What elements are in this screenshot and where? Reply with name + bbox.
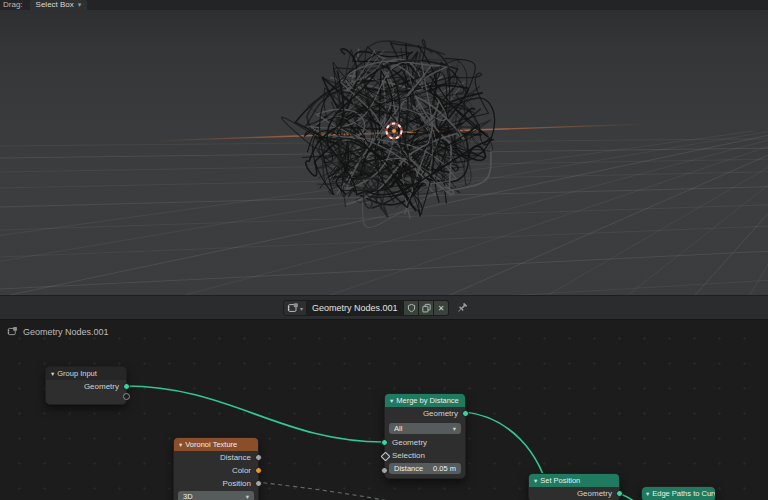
socket-distance-output[interactable]: [255, 454, 262, 461]
slider-value: 0.05 m: [433, 463, 456, 474]
chevron-down-icon: ▾: [246, 491, 249, 500]
node-edge-paths-to-curves[interactable]: ▾ Edge Paths to Curves: [641, 486, 716, 500]
duplicate-icon: [422, 303, 431, 313]
node-tree-icon: [7, 326, 18, 337]
input-label: Selection: [392, 451, 425, 460]
dropdown-value: 3D: [183, 491, 193, 500]
output-label: Geometry: [84, 382, 119, 391]
tree-name-input[interactable]: [307, 300, 404, 316]
output-label: Color: [232, 466, 251, 475]
link-voronoi-field-dashed: [256, 482, 434, 500]
output-label: Geometry: [423, 409, 458, 418]
node-set-position[interactable]: ▾ Set Position Geometry: [528, 473, 620, 500]
socket-geometry-output[interactable]: [616, 490, 623, 497]
fake-user-button[interactable]: [404, 300, 419, 316]
drag-label: Drag:: [3, 0, 23, 10]
node-header[interactable]: ▾ Set Position: [529, 474, 619, 487]
dimensions-dropdown[interactable]: 3D ▾: [178, 491, 254, 500]
socket-geometry-input[interactable]: [381, 439, 388, 446]
node-voronoi-texture[interactable]: ▾ Voronoi Texture Distance Color Positio…: [173, 437, 259, 500]
node-title: Group Input: [57, 367, 97, 380]
node-tree-icon: [287, 302, 299, 314]
chevron-down-icon: ▾: [300, 305, 303, 312]
collapse-icon[interactable]: ▾: [534, 474, 537, 487]
socket-distance-input[interactable]: [381, 467, 388, 474]
tool-hint-bar: Drag: Select Box ▾: [0, 0, 768, 10]
distance-value-slider[interactable]: Distance 0.05 m: [389, 463, 461, 474]
node-title: Set Position: [540, 474, 580, 487]
collapse-icon[interactable]: ▾: [51, 367, 54, 380]
socket-selection-input[interactable]: [381, 452, 391, 462]
breadcrumb-label: Geometry Nodes.001: [23, 327, 109, 337]
new-copy-button[interactable]: [419, 300, 434, 316]
node-editor-canvas[interactable]: Geometry Nodes.001 ▾ Group Input Geometr…: [0, 320, 768, 500]
mode-dropdown[interactable]: All ▾: [389, 423, 461, 434]
blender-window: Drag: Select Box ▾ ▾: [0, 0, 768, 500]
slider-label: Distance: [394, 463, 423, 474]
editor-type-dropdown[interactable]: ▾: [283, 300, 307, 316]
node-editor-header: ▾ ✕: [0, 295, 768, 320]
pin-button[interactable]: [456, 300, 468, 316]
select-tool-dropdown[interactable]: Select Box ▾: [30, 0, 88, 10]
breadcrumb: Geometry Nodes.001: [7, 326, 109, 337]
node-title: Voronoi Texture: [185, 438, 237, 451]
socket-color-output[interactable]: [255, 467, 262, 474]
chevron-down-icon: ▾: [453, 423, 456, 434]
socket-geometry-output[interactable]: [123, 383, 130, 390]
node-header[interactable]: ▾ Group Input: [46, 367, 126, 380]
pin-icon: [456, 302, 468, 314]
node-header[interactable]: ▾ Merge by Distance: [385, 394, 465, 407]
collapse-icon[interactable]: ▾: [179, 438, 182, 451]
unlink-button[interactable]: ✕: [434, 300, 449, 316]
viewport-3d[interactable]: Drag: Select Box ▾: [0, 0, 768, 295]
node-title: Merge by Distance: [396, 394, 459, 407]
chevron-down-icon: ▾: [78, 0, 82, 10]
viewport-canvas: [0, 0, 768, 295]
link-groupinput-merge: [125, 386, 384, 442]
socket-geometry-output[interactable]: [462, 410, 469, 417]
output-label: Geometry: [577, 489, 612, 498]
collapse-icon[interactable]: ▾: [390, 394, 393, 407]
node-group-input[interactable]: ▾ Group Input Geometry: [45, 366, 127, 405]
output-label: Position: [223, 479, 251, 488]
node-merge-by-distance[interactable]: ▾ Merge by Distance Geometry All ▾ Geome…: [384, 393, 466, 479]
input-label: Geometry: [392, 438, 427, 447]
virtual-socket[interactable]: [123, 393, 130, 400]
socket-position-output[interactable]: [255, 480, 262, 487]
output-label: Distance: [220, 453, 251, 462]
node-header[interactable]: ▾ Edge Paths to Curves: [642, 487, 715, 500]
select-tool-label: Select Box: [36, 0, 74, 10]
object-origin-dot: [392, 129, 397, 134]
node-tree-id-block: ▾ ✕: [283, 300, 468, 316]
node-title: Edge Paths to Curves: [652, 487, 715, 500]
shield-icon: [407, 303, 416, 313]
collapse-icon[interactable]: ▾: [646, 487, 649, 500]
node-header[interactable]: ▾ Voronoi Texture: [174, 438, 258, 451]
close-icon: ✕: [438, 304, 445, 313]
dropdown-value: All: [394, 423, 402, 434]
